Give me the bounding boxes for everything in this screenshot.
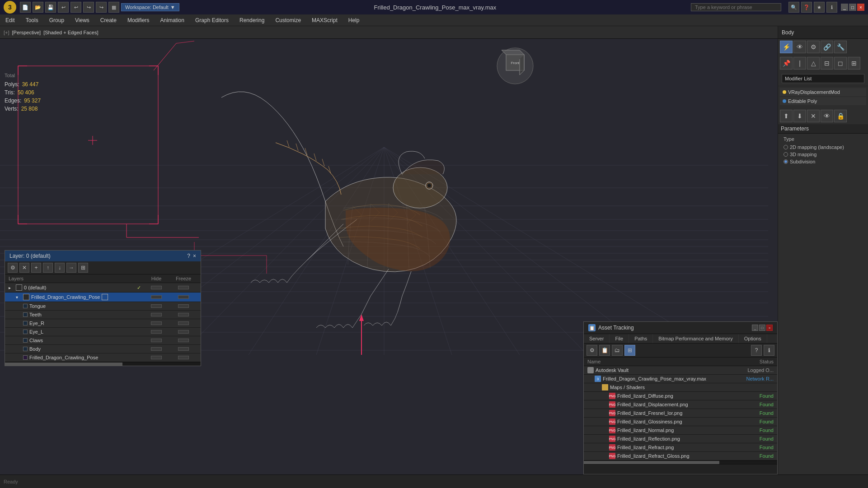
workspace-button[interactable]: Workspace: Default ▼ (121, 3, 179, 11)
menu-modifiers[interactable]: Modifiers (122, 15, 155, 25)
layer-row-eye-r[interactable]: Eye_R (5, 319, 201, 328)
asset-row-reflection[interactable]: PNG Frilled_lizard_Reflection.png Found (584, 435, 777, 443)
hierarchy-icon[interactable]: 🔗 (821, 41, 833, 53)
asset-tb-icon-info[interactable]: ℹ (764, 345, 774, 356)
layer-row-claws[interactable]: Claws (5, 336, 201, 345)
radio-subdiv[interactable]: Subdivision (782, 158, 864, 165)
layer-row-frilled[interactable]: ▾ Frilled_Dragon_Crawling_Pose (5, 293, 201, 302)
channel-icon[interactable]: | (793, 57, 806, 70)
layer-scrollbar[interactable] (5, 362, 201, 366)
redo2-button[interactable]: ↪ (96, 2, 107, 13)
star-icon[interactable]: ★ (814, 2, 825, 13)
asset-row-diffuse[interactable]: PNG Frilled_lizard_Diffuse.png Found (584, 392, 777, 400)
pin-icon[interactable]: 📌 (780, 57, 793, 70)
asset-row-displacement[interactable]: PNG Frilled_lizard_Displacement.png Foun… (584, 400, 777, 409)
lock-icon[interactable]: 🔒 (834, 110, 847, 122)
modifier-list-dropdown[interactable]: Modifier List (782, 74, 864, 83)
edge-icon[interactable]: ⊟ (821, 57, 833, 70)
asset-close-button[interactable]: × (766, 325, 773, 331)
vertex-icon[interactable]: △ (807, 57, 820, 70)
delete-icon[interactable]: ✕ (807, 110, 820, 122)
asset-menu-file[interactable]: File (610, 334, 629, 343)
asset-tb-icon-3[interactable]: ⊞ (624, 345, 635, 356)
pin2-icon[interactable]: ⬆ (780, 110, 793, 122)
undo-button[interactable]: ↩ (58, 2, 69, 13)
viewport-shading[interactable]: [Shaded + Edged Faces] (43, 30, 98, 35)
display-icon[interactable]: 👁 (793, 41, 806, 53)
new-button[interactable]: 📄 (20, 2, 31, 13)
asset-minimize-button[interactable]: _ (752, 325, 758, 331)
menu-graph-editors[interactable]: Graph Editors (190, 15, 234, 25)
layer-hide-frilled[interactable] (151, 295, 162, 299)
menu-views[interactable]: Views (70, 15, 95, 25)
layer-freeze-frilled[interactable] (178, 295, 189, 299)
asset-menu-server[interactable]: Server (584, 334, 610, 343)
asset-row-refract-gloss[interactable]: PNG Frilled_lizard_Refract_Gloss.png Fou… (584, 452, 777, 460)
asset-row-glossiness[interactable]: PNG Frilled_lizard_Glossiness.png Found (584, 418, 777, 426)
layer-icon-5[interactable]: → (66, 263, 76, 273)
redo-button[interactable]: ↪ (83, 2, 94, 13)
layer-hide-dragon2[interactable] (151, 356, 162, 359)
layer-help-button[interactable]: ? (187, 253, 190, 259)
layer-freeze-eye-r[interactable] (178, 321, 189, 325)
configure-icon[interactable]: ⬇ (793, 110, 806, 122)
asset-tb-icon-0[interactable]: ⚙ (586, 345, 597, 356)
asset-menu-bitmap[interactable]: Bitmap Performance and Memory (653, 334, 738, 343)
modifier-row-epoly[interactable]: Editable Poly (780, 97, 866, 105)
asset-row-refract[interactable]: PNG Frilled_lizard_Refract.png Found (584, 443, 777, 452)
modifier-row-vray[interactable]: VRayDisplacementMod (780, 88, 866, 96)
layer-row-eye-l[interactable]: Eye_L (5, 328, 201, 336)
layer-freeze-dragon2[interactable] (178, 356, 189, 359)
layer-hide-eye-l[interactable] (151, 330, 162, 334)
undo2-button[interactable]: ↩ (70, 2, 81, 13)
menu-animation[interactable]: Animation (155, 15, 190, 25)
asset-row-maps[interactable]: Maps / Shaders (584, 383, 777, 392)
menu-group[interactable]: Group (44, 15, 70, 25)
layer-row-body[interactable]: Body (5, 345, 201, 353)
radio-2d[interactable]: 2D mapping (landscape) (782, 144, 864, 151)
asset-menu-options[interactable]: Options (739, 334, 767, 343)
layer-hide-tongue[interactable] (151, 304, 162, 308)
layer-hide-eye-r[interactable] (151, 321, 162, 325)
layer-icon-4[interactable]: ↓ (55, 263, 65, 273)
layer-close-button[interactable]: × (193, 253, 196, 259)
search-icon[interactable]: 🔍 (788, 2, 799, 13)
radio-3d[interactable]: 3D mapping (782, 151, 864, 158)
menu-customize[interactable]: Customize (270, 15, 306, 25)
help-icon[interactable]: ❓ (801, 2, 812, 13)
info-icon[interactable]: ℹ (826, 2, 837, 13)
open-button[interactable]: 📂 (33, 2, 43, 13)
search-input[interactable] (691, 3, 781, 11)
layer-icon-3[interactable]: ↑ (43, 263, 53, 273)
viewport-button[interactable]: ▦ (108, 2, 119, 13)
viewport-perspective[interactable]: [Perspective] (12, 30, 41, 35)
layer-freeze-claws[interactable] (178, 339, 189, 342)
menu-edit[interactable]: Edit (0, 15, 20, 25)
asset-tb-icon-1[interactable]: 📋 (599, 345, 610, 356)
body-icon[interactable]: ⚡ (780, 41, 793, 53)
utilities-icon[interactable]: 🔧 (834, 41, 847, 53)
asset-maximize-button[interactable]: □ (759, 325, 765, 331)
layer-row-teeth[interactable]: Teeth (5, 311, 201, 319)
layer-row-tongue[interactable]: Tongue (5, 302, 201, 311)
asset-row-vault[interactable]: Autodesk Vault Logged O... (584, 366, 777, 375)
layer-freeze-eye-l[interactable] (178, 330, 189, 334)
minimize-button[interactable]: _ (841, 4, 848, 11)
layer-icon-1[interactable]: ✕ (19, 263, 29, 273)
asset-row-max[interactable]: 3 Frilled_Dragon_Crawling_Pose_max_vray.… (584, 375, 777, 383)
layer-hide-claws[interactable] (151, 339, 162, 342)
show-icon[interactable]: 👁 (821, 110, 833, 122)
motion-icon[interactable]: ⚙ (807, 41, 820, 53)
asset-tb-icon-help[interactable]: ? (751, 345, 762, 356)
menu-create[interactable]: Create (95, 15, 122, 25)
asset-tb-icon-2[interactable]: 🗂 (612, 345, 623, 356)
layer-row-0[interactable]: ▸ 0 (default) ✓ (5, 283, 201, 293)
menu-help[interactable]: Help (343, 15, 365, 25)
menu-tools[interactable]: Tools (20, 15, 44, 25)
layer-freeze-tongue[interactable] (178, 304, 189, 308)
asset-row-normal[interactable]: PNG Frilled_lizard_Normal.png Found (584, 426, 777, 435)
menu-maxscript[interactable]: MAXScript (306, 15, 343, 25)
layer-freeze-0[interactable] (178, 286, 189, 289)
asset-menu-paths[interactable]: Paths (629, 334, 653, 343)
layer-icon-6[interactable]: ⊞ (78, 263, 88, 273)
